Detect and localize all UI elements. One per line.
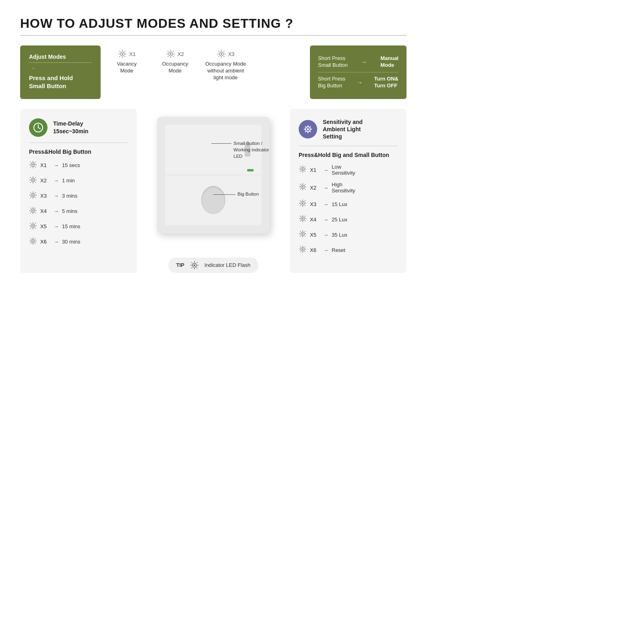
press-row-arrow: → (323, 217, 328, 223)
device-bottom (165, 175, 262, 225)
svg-line-170 (305, 251, 305, 252)
short-press-arrow: → (361, 59, 367, 65)
svg-line-7 (125, 56, 126, 57)
svg-line-132 (300, 189, 301, 190)
svg-line-152 (300, 221, 301, 221)
adjust-modes-title: Adjust Modes (29, 54, 92, 63)
clock-icon (33, 122, 44, 133)
right-panel-divider (299, 146, 398, 146)
svg-point-114 (302, 168, 303, 170)
header-divider (20, 35, 407, 36)
svg-line-110 (310, 131, 311, 132)
press-row-value: Reset (332, 247, 345, 253)
tip-sun-icon (190, 261, 199, 270)
svg-line-51 (35, 177, 36, 178)
device-callout-container: Small Button / Working indicator LED Big… (149, 113, 278, 250)
left-panel: Time-Delay 15sec~30min Press&Hold Big Bu… (20, 109, 137, 273)
top-section: Adjust Modes Press and Hold Small Button… (20, 45, 407, 99)
svg-line-150 (305, 221, 305, 221)
press-row-icon (299, 245, 307, 255)
press-row-value: 35 Lux (332, 232, 347, 238)
svg-point-104 (307, 128, 309, 130)
svg-line-121 (305, 166, 305, 167)
clock-icon-circle (29, 118, 47, 137)
mode-icon-row: X3 (217, 50, 235, 58)
mode-label: Vacancy Mode (117, 61, 137, 74)
svg-line-109 (305, 126, 306, 127)
svg-line-131 (305, 184, 305, 185)
press-row: X2 → High Sensitivity (299, 182, 398, 194)
press-row-x: X2 (310, 185, 320, 191)
press-row-arrow: → (54, 208, 59, 214)
svg-line-119 (300, 166, 301, 167)
press-row-icon (299, 183, 307, 192)
svg-line-28 (223, 51, 224, 52)
svg-line-29 (218, 56, 219, 57)
svg-line-18 (173, 51, 174, 52)
svg-line-62 (30, 197, 31, 198)
press-row-icon (29, 176, 37, 186)
svg-line-161 (305, 231, 305, 232)
short-press-right: Turn ON& Turn OFF (374, 76, 398, 89)
svg-point-64 (32, 210, 34, 211)
svg-point-21 (221, 53, 222, 55)
press-row-icon (29, 206, 37, 216)
press-row-arrow: → (323, 185, 328, 191)
svg-line-19 (168, 56, 169, 57)
right-press-hold-label: Press&Hold Big and Small Button (299, 152, 398, 158)
big-button (201, 186, 225, 214)
left-panel-header-text: Time-Delay 15sec~30min (53, 120, 89, 134)
left-press-hold-label: Press&Hold Big Button (29, 149, 128, 155)
press-row-x: X2 (40, 178, 50, 184)
callout-small-button: Small Button / Working indicator LED (233, 140, 278, 159)
mode-icon-row: X1 (118, 50, 136, 58)
svg-point-11 (170, 53, 171, 55)
press-row-arrow: → (54, 223, 59, 229)
right-press-rows: X1 → Low Sensitivity X2 → High Sensitivi… (299, 164, 398, 255)
press-row: X6 → 30 mins (29, 237, 128, 247)
short-press-right: Manual Mode (380, 55, 398, 69)
press-row-arrow: → (323, 247, 328, 253)
svg-line-52 (30, 182, 31, 183)
svg-line-71 (35, 208, 36, 208)
short-press-arrow: → (357, 79, 363, 86)
press-row-x: X6 (40, 239, 50, 245)
callout-big-button: Big Button (237, 192, 259, 196)
mode-item: X3 Occupancy Mode without ambient light … (205, 50, 246, 81)
svg-line-142 (300, 205, 301, 206)
short-press-box: Short Press Small Button → Manual Mode S… (310, 45, 407, 99)
svg-line-92 (30, 243, 31, 244)
press-row: X1 → Low Sensitivity (299, 164, 398, 176)
svg-line-129 (300, 184, 301, 185)
tip-text: Indicator LED Flash (204, 262, 250, 268)
short-press-left: Short Press Big Button (318, 76, 345, 89)
press-row-x: X4 (40, 208, 50, 214)
left-press-rows: X1 → 15 secs X2 → 1 min X3 → 3 mins (29, 161, 128, 247)
press-row-x: X1 (310, 167, 320, 173)
svg-line-80 (35, 228, 36, 229)
mode-item: X2 Occupancy Mode (157, 50, 193, 74)
press-row-arrow: → (54, 193, 59, 199)
right-panel-header: Sensitivity and Ambient Light Setting (299, 118, 398, 140)
press-row-arrow: → (323, 201, 328, 207)
svg-line-159 (300, 231, 301, 232)
press-row-icon (299, 199, 307, 209)
svg-point-44 (32, 179, 34, 181)
press-row-x: X3 (40, 193, 50, 199)
svg-point-34 (32, 164, 34, 165)
device-led (247, 169, 254, 171)
svg-line-60 (35, 197, 36, 198)
press-row: X2 → 1 min (29, 176, 128, 186)
svg-line-39 (30, 162, 31, 163)
press-row-value: 3 mins (62, 193, 77, 199)
svg-line-6 (120, 51, 120, 52)
press-row: X3 → 3 mins (29, 191, 128, 201)
press-row: X6 → Reset (299, 245, 398, 255)
svg-line-160 (305, 236, 305, 237)
svg-line-151 (305, 216, 305, 217)
svg-line-130 (305, 189, 305, 190)
press-row: X5 → 15 mins (29, 222, 128, 231)
svg-point-1 (122, 53, 123, 55)
press-row-value: 1 min (62, 178, 75, 184)
svg-line-172 (300, 251, 301, 252)
